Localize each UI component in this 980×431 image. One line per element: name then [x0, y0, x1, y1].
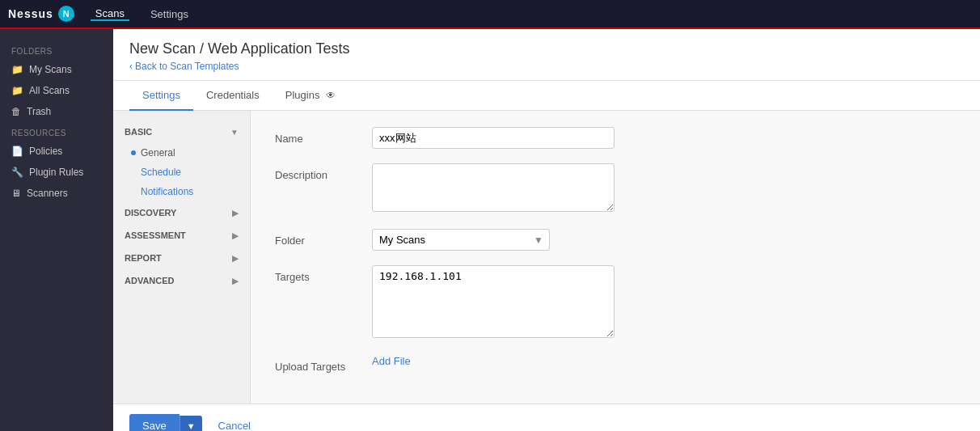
- chevron-down-icon: ▼: [187, 421, 196, 431]
- name-input[interactable]: [372, 127, 615, 149]
- sidebar-item-label: Policies: [29, 146, 62, 157]
- section-assessment[interactable]: ASSESSMENT ▶: [113, 224, 250, 247]
- targets-label: Targets: [275, 265, 372, 283]
- sidebar-item-my-scans[interactable]: 📁 My Scans: [0, 59, 113, 80]
- sub-item-notifications[interactable]: Notifications: [113, 182, 250, 201]
- folder-select[interactable]: My Scans All Scans: [372, 229, 550, 251]
- form-area: BASIC ▼ General Schedule Notifications D…: [113, 111, 980, 404]
- cancel-button[interactable]: Cancel: [210, 414, 259, 431]
- sidebar-item-label: Trash: [27, 106, 51, 117]
- dot-icon: [131, 150, 136, 155]
- logo-text: Nessus: [8, 7, 53, 20]
- section-basic[interactable]: BASIC ▼: [113, 120, 250, 143]
- chevron-right-icon: ▶: [232, 277, 239, 285]
- page-title: New Scan / Web Application Tests: [129, 40, 964, 57]
- targets-textarea[interactable]: 192.168.1.101: [372, 265, 615, 338]
- sub-item-label: Schedule: [141, 167, 181, 178]
- scanners-icon: 🖥: [11, 188, 21, 199]
- section-discovery[interactable]: DISCOVERY ▶: [113, 201, 250, 224]
- logo: Nessus N: [8, 6, 74, 22]
- description-label: Description: [275, 163, 372, 181]
- upload-targets-control: Add File: [372, 355, 615, 367]
- section-advanced-label: ADVANCED: [125, 276, 175, 285]
- sidebar-item-label: Plugin Rules: [29, 167, 83, 178]
- eye-icon: 👁: [326, 90, 336, 101]
- form-row-upload-targets: Upload Targets Add File: [275, 355, 956, 373]
- back-link[interactable]: ‹ Back to Scan Templates: [129, 61, 964, 72]
- chevron-left-icon: ‹: [129, 61, 133, 72]
- topnav: Nessus N Scans Settings: [0, 0, 980, 29]
- folders-label: FOLDERS: [0, 40, 113, 59]
- chevron-right-icon: ▶: [232, 254, 239, 263]
- form-row-name: Name: [275, 127, 956, 149]
- trash-icon: 🗑: [11, 106, 21, 117]
- sidebar-item-all-scans[interactable]: 📁 All Scans: [0, 80, 113, 101]
- form-row-targets: Targets 192.168.1.101: [275, 265, 956, 340]
- folder-control: My Scans All Scans ▼: [372, 229, 550, 251]
- sidebar-item-label: My Scans: [29, 64, 72, 75]
- resources-label: RESOURCES: [0, 122, 113, 141]
- tabs: Settings Credentials Plugins 👁: [113, 81, 980, 111]
- name-control: [372, 127, 615, 149]
- page-header: New Scan / Web Application Tests ‹ Back …: [113, 29, 980, 81]
- sidebar-item-policies[interactable]: 📄 Policies: [0, 141, 113, 162]
- sidebar-item-plugin-rules[interactable]: 🔧 Plugin Rules: [0, 162, 113, 183]
- chevron-right-icon: ▶: [232, 231, 239, 240]
- nav-scans[interactable]: Scans: [91, 7, 129, 21]
- folder-label: Folder: [275, 229, 372, 247]
- section-discovery-label: DISCOVERY: [125, 208, 176, 218]
- folder-icon: 📁: [11, 85, 23, 96]
- plugin-rules-icon: 🔧: [11, 167, 23, 178]
- nav-settings[interactable]: Settings: [146, 8, 193, 20]
- sidebar-item-scanners[interactable]: 🖥 Scanners: [0, 183, 113, 204]
- targets-control: 192.168.1.101: [372, 265, 615, 340]
- sub-item-schedule[interactable]: Schedule: [113, 163, 250, 182]
- left-panel: BASIC ▼ General Schedule Notifications D…: [113, 111, 251, 404]
- footer-bar: Save ▼ Cancel: [113, 404, 980, 431]
- tab-settings[interactable]: Settings: [129, 81, 193, 111]
- content-area: New Scan / Web Application Tests ‹ Back …: [113, 29, 980, 431]
- sub-item-label: Notifications: [141, 186, 193, 197]
- main-layout: FOLDERS 📁 My Scans 📁 All Scans 🗑 Trash R…: [0, 29, 980, 431]
- section-report-label: REPORT: [125, 253, 162, 263]
- sidebar-item-label: Scanners: [27, 188, 68, 199]
- sidebar-item-label: All Scans: [29, 85, 70, 96]
- description-control: [372, 163, 615, 214]
- form-row-description: Description: [275, 163, 956, 214]
- sub-item-general[interactable]: General: [113, 143, 250, 163]
- add-file-link[interactable]: Add File: [372, 355, 411, 367]
- description-textarea[interactable]: [372, 163, 615, 212]
- sidebar: FOLDERS 📁 My Scans 📁 All Scans 🗑 Trash R…: [0, 29, 113, 431]
- right-form: Name Description Folder: [251, 111, 980, 404]
- chevron-right-icon: ▶: [232, 209, 239, 218]
- folder-icon: 📁: [11, 64, 23, 75]
- sidebar-item-trash[interactable]: 🗑 Trash: [0, 101, 113, 122]
- save-dropdown-button[interactable]: ▼: [180, 416, 202, 432]
- section-report[interactable]: REPORT ▶: [113, 247, 250, 269]
- section-assessment-label: ASSESSMENT: [125, 230, 186, 240]
- policies-icon: 📄: [11, 146, 23, 157]
- tab-credentials[interactable]: Credentials: [193, 81, 272, 111]
- sub-item-label: General: [141, 147, 175, 158]
- logo-badge: N: [58, 6, 74, 22]
- name-label: Name: [275, 127, 372, 145]
- section-basic-label: BASIC: [125, 127, 152, 137]
- section-advanced[interactable]: ADVANCED ▶: [113, 269, 250, 292]
- chevron-down-icon: ▼: [230, 128, 239, 137]
- tab-plugins[interactable]: Plugins 👁: [272, 81, 348, 111]
- save-button-group: Save ▼: [129, 414, 202, 431]
- save-button[interactable]: Save: [129, 414, 180, 431]
- form-row-folder: Folder My Scans All Scans ▼: [275, 229, 956, 251]
- upload-targets-label: Upload Targets: [275, 355, 372, 373]
